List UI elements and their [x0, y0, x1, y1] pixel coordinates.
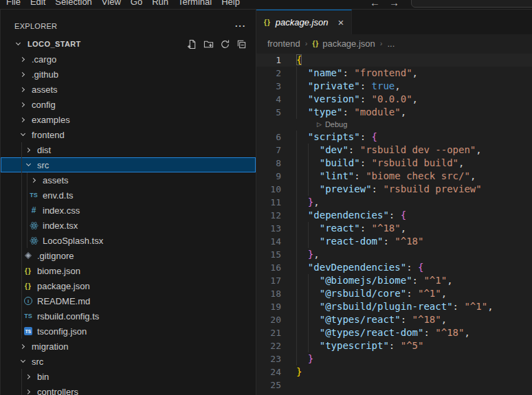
code-line: 14 "react-dom": "^18"	[256, 235, 532, 248]
line-number: 23	[256, 352, 281, 365]
tree-item-github[interactable]: .github	[1, 67, 256, 82]
code-text[interactable]: "@types/react-dom": "^18",	[296, 326, 470, 339]
tree-item-label: index.css	[43, 205, 80, 216]
line-number: 10	[256, 183, 281, 196]
tree-item-package-json[interactable]: {}package.json	[1, 278, 256, 293]
close-icon[interactable]: ×	[337, 19, 344, 27]
tree-item-dist[interactable]: dist	[1, 142, 256, 157]
breadcrumb-item-package-json[interactable]: {}package.json	[312, 38, 375, 49]
code-text[interactable]: "build": "rsbuild build",	[296, 157, 464, 170]
tree-item-label: env.d.ts	[43, 190, 74, 201]
workbench: EXPLORER ··· LOCO_START .cargo.githubass…	[0, 10, 532, 395]
code-text[interactable]: },	[296, 248, 320, 261]
code-text[interactable]: "@types/react": "^18",	[296, 313, 447, 326]
menu-terminal[interactable]: Terminal	[173, 0, 217, 9]
tree-item-assets[interactable]: assets	[1, 172, 256, 188]
tree-item-assets[interactable]: assets	[1, 82, 256, 97]
tree-item-tsconfig-json[interactable]: TStsconfig.json	[1, 324, 256, 339]
code-text[interactable]: "preview": "rsbuild preview"	[296, 183, 482, 196]
code-text[interactable]: "@rsbuild/plugin-react": "^1",	[296, 300, 494, 313]
token: :	[354, 170, 366, 181]
chevron-down-icon	[23, 159, 34, 170]
line-number: 15	[256, 248, 281, 261]
token: ,	[313, 196, 319, 207]
code-line: 6 "scripts": {	[256, 131, 532, 144]
code-text[interactable]: "devDependencies": {	[296, 261, 423, 274]
more-actions-icon[interactable]: ···	[235, 23, 246, 30]
tree-item-examples[interactable]: examples	[1, 112, 256, 127]
back-icon[interactable]: ←	[370, 0, 380, 8]
menu-help[interactable]: Help	[217, 0, 245, 9]
tree-item-env-d-ts[interactable]: TSenv.d.ts	[1, 188, 256, 203]
ts-icon: TS	[23, 311, 34, 321]
collapse-all-icon[interactable]	[236, 39, 247, 49]
tree-item-label: controllers	[37, 387, 78, 395]
breadcrumb-item-frontend[interactable]: frontend	[267, 38, 300, 49]
menu-file[interactable]: File	[1, 0, 25, 9]
token: "typescript"	[296, 340, 389, 351]
code-editor[interactable]: 1{2 "name": "frontend",3 "private": true…	[256, 52, 532, 395]
code-text[interactable]: "dev": "rsbuild dev --open",	[296, 144, 482, 157]
indent-guide	[27, 172, 27, 248]
tree-item-bin[interactable]: bin	[1, 369, 256, 384]
tree-item-src[interactable]: src	[1, 354, 256, 369]
code-text[interactable]: }	[296, 365, 302, 379]
code-text[interactable]: }	[296, 352, 313, 365]
code-text[interactable]: "react": "^18",	[296, 222, 406, 235]
code-text[interactable]: "type": "module",	[296, 106, 406, 119]
debug-play-icon: ▷	[317, 118, 322, 131]
tree-item-controllers[interactable]: controllers	[1, 384, 256, 395]
menu-view[interactable]: View	[97, 0, 126, 9]
code-text[interactable]: "name": "frontend",	[296, 67, 418, 80]
menu-run[interactable]: Run	[147, 0, 173, 9]
code-text[interactable]: "private": true,	[296, 80, 401, 93]
code-text[interactable]: "version": "0.0.0",	[296, 93, 418, 106]
token: :	[383, 236, 395, 247]
tree-item-migration[interactable]: migration	[1, 339, 256, 354]
tree-item-locosplash-tsx[interactable]: LocoSplash.tsx	[1, 233, 256, 248]
refresh-icon[interactable]	[220, 39, 230, 49]
new-folder-icon[interactable]	[203, 39, 214, 49]
token: "rsbuild build"	[372, 157, 458, 168]
token: "@rsbuild/core"	[296, 288, 406, 299]
codelens-debug[interactable]: ▷Debug	[256, 119, 532, 131]
tree-item-index-tsx[interactable]: index.tsx	[1, 218, 256, 233]
code-text[interactable]: "@rsbuild/core": "^1",	[296, 287, 447, 300]
tree-item-gitignore[interactable]: .gitignore	[1, 248, 256, 263]
code-line: 1{	[256, 54, 532, 67]
tree-item-index-css[interactable]: #index.css	[1, 203, 256, 218]
forward-icon[interactable]: →	[389, 0, 399, 8]
command-center-search[interactable]	[411, 0, 532, 8]
line-number: 6	[256, 131, 281, 144]
tree-item-frontend[interactable]: frontend	[1, 127, 256, 142]
token: }	[296, 196, 313, 207]
new-file-icon[interactable]	[187, 39, 197, 49]
menu-selection[interactable]: Selection	[50, 0, 96, 9]
code-text[interactable]: {	[296, 54, 302, 67]
menu-edit[interactable]: Edit	[25, 0, 50, 9]
chevron-down-icon	[17, 356, 28, 367]
code-text[interactable]: "typescript": "^5"	[296, 339, 423, 352]
menu-go[interactable]: Go	[126, 0, 147, 9]
token: "@types/react-dom"	[296, 327, 423, 338]
css-icon: #	[28, 205, 39, 216]
breadcrumb-item-[interactable]: ...	[387, 38, 395, 49]
react-icon	[30, 236, 38, 245]
code-text[interactable]: "scripts": {	[296, 131, 377, 144]
token: }	[296, 353, 313, 364]
code-text[interactable]: "lint": "biome check src/",	[296, 170, 476, 183]
tree-item-src[interactable]: src	[1, 157, 256, 172]
tab-package-json[interactable]: {} package.json ×	[256, 10, 352, 34]
tree-item-config[interactable]: config	[1, 97, 256, 112]
code-text[interactable]: },	[296, 196, 320, 209]
code-text[interactable]: "react-dom": "^18"	[296, 235, 423, 248]
tree-item-cargo[interactable]: .cargo	[1, 52, 256, 67]
tree-item-biome-json[interactable]: {}biome.json	[1, 263, 256, 278]
workspace-section-header[interactable]: LOCO_START	[1, 36, 256, 52]
chevron-right-icon	[17, 69, 28, 80]
tree-item-rsbuild-config-ts[interactable]: TSrsbuild.config.ts	[1, 308, 256, 324]
tree-item-readme-md[interactable]: iREADME.md	[1, 293, 256, 308]
code-text[interactable]: "@biomejs/biome": "^1",	[296, 274, 453, 287]
code-text[interactable]: "dependencies": {	[296, 209, 406, 222]
tsconfig-icon: TS	[24, 327, 32, 335]
